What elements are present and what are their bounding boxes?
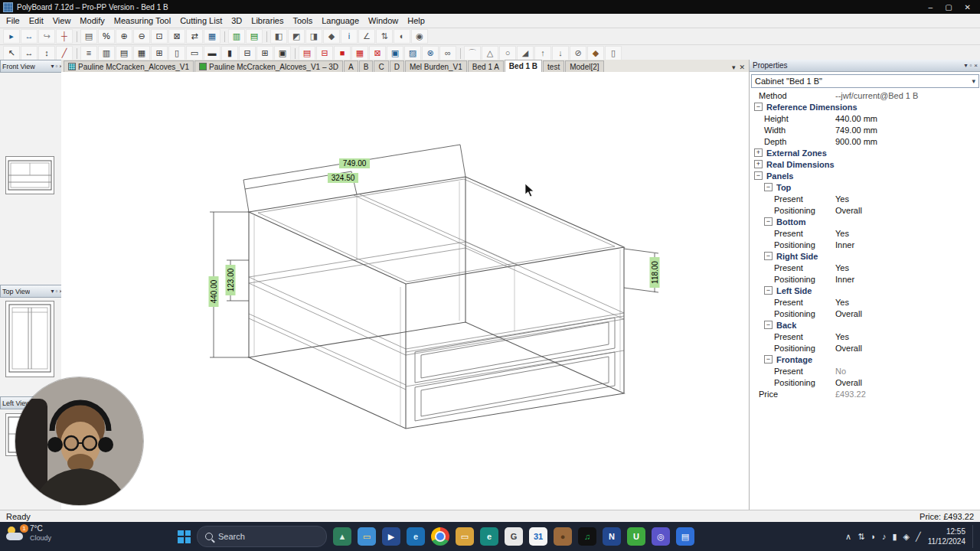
tab-pauline-mccracken-alcoves-v1-3d[interactable]: Pauline McCracken_Alcoves_V1 – 3D (194, 60, 343, 72)
raise-icon[interactable]: ↑ (534, 46, 551, 60)
print-icon[interactable]: ▤ (80, 29, 97, 44)
tab-pauline-mccracken-alcoves-v1[interactable]: Pauline McCracken_Alcoves_V1 (64, 60, 194, 72)
collapse-icon-panels[interactable]: − (754, 171, 763, 180)
draw-icon[interactable]: ╱ (56, 46, 73, 60)
prop-value-present[interactable]: Yes (835, 298, 849, 307)
pan-icon[interactable]: ⇄ (186, 29, 203, 44)
dimension-right-height-label[interactable]: 118.00 (650, 257, 660, 288)
top-view-panel-header[interactable]: Top View ▾▫× (0, 285, 65, 298)
taskbar-browser-profile-icon[interactable]: G (505, 527, 523, 546)
prop-group-reference-dimensions[interactable]: −Reference Dimensions (750, 101, 980, 112)
menu-3d[interactable]: 3D (227, 15, 247, 26)
side-view-icon[interactable]: ◨ (305, 29, 322, 44)
collapse-icon-frontage[interactable]: − (764, 355, 773, 364)
tray-network-icon[interactable]: ⇅ (858, 532, 864, 542)
hardware-library-icon[interactable]: ▤ (246, 29, 263, 44)
weather-widget[interactable]: 1 7°C Cloudy (6, 524, 51, 543)
chain-icon[interactable]: ∞ (439, 46, 456, 60)
select-arrow-icon[interactable]: ▸ (3, 29, 20, 44)
menu-window[interactable]: Window (364, 15, 403, 26)
taskbar-media-app-icon[interactable]: ▶ (382, 527, 400, 546)
taskbar-chrome-browser-icon[interactable] (431, 527, 449, 546)
prop-value-positioning[interactable]: Overall (835, 309, 862, 318)
prop-value-positioning[interactable]: Overall (835, 344, 862, 353)
zoom-window-icon[interactable]: ⊡ (151, 29, 168, 44)
paint-tool-icon[interactable]: ◆ (587, 46, 604, 60)
dimension-inner-height-label[interactable]: 123.00 (226, 265, 236, 295)
taskbar-photos-app-icon[interactable]: ▲ (333, 527, 351, 546)
zoom-extents-icon[interactable]: ⊠ (168, 29, 185, 44)
taskbar-community-app-icon[interactable]: ◎ (652, 527, 670, 546)
tab-b[interactable]: B (359, 60, 374, 72)
top-view-menu-icon[interactable]: ▾ (51, 288, 54, 295)
collapse-icon-top[interactable]: − (764, 183, 773, 191)
door-tool-icon[interactable]: ▯ (605, 46, 622, 60)
front-view-panel-header[interactable]: Front View ▾▫× (0, 60, 65, 73)
tab-model-2[interactable]: Model[2] (565, 60, 603, 72)
tab-mel-burden-v1[interactable]: Mel Burden_V1 (405, 60, 467, 72)
pan-view-icon[interactable]: ↔ (21, 29, 38, 44)
properties-close-icon[interactable]: × (974, 62, 978, 69)
3d-view-icon[interactable]: ◆ (323, 29, 340, 44)
panel-red-icon[interactable]: ■ (334, 46, 351, 60)
redo-icon[interactable]: ↪ (38, 29, 55, 44)
zoom-in-icon[interactable]: ⊕ (116, 29, 132, 44)
close-button[interactable]: ✕ (965, 3, 971, 11)
tab-a[interactable]: A (344, 60, 358, 72)
prop-value-present[interactable]: Yes (835, 229, 849, 238)
tab-bed-1-b[interactable]: Bed 1 B (505, 60, 542, 72)
dimension-width-label[interactable]: 749.00 (339, 158, 370, 168)
material-library-icon[interactable]: ▥ (228, 29, 245, 44)
zone-red-icon[interactable]: ▦ (351, 46, 368, 60)
taskbar-clock[interactable]: 12:55 11/12/2024 (928, 527, 965, 546)
taskbar-edge-browser-icon[interactable]: e (407, 527, 425, 546)
prop-value-present[interactable]: Yes (835, 263, 849, 272)
taskbar-file-explorer-icon[interactable]: ▭ (358, 527, 376, 546)
info-icon[interactable]: i (341, 29, 358, 44)
prop-value-present[interactable]: Yes (835, 194, 849, 204)
menu-tools[interactable]: Tools (288, 15, 317, 26)
drawer-red-icon[interactable]: ▤ (299, 46, 315, 60)
prop-value-present[interactable]: Yes (835, 332, 849, 341)
render-icon[interactable]: ◐ (394, 29, 410, 44)
tab-close-icon[interactable]: ✕ (739, 64, 745, 71)
merge-zones-icon[interactable]: ⊞ (151, 46, 168, 60)
remove-divider-icon[interactable]: ⊟ (239, 46, 256, 60)
prop-group-left-side[interactable]: −Left Side (750, 285, 980, 296)
prop-group-panels[interactable]: −Panels (750, 170, 980, 181)
front-view-thumbnail[interactable] (5, 156, 54, 194)
cursor-icon[interactable]: ↖ (3, 46, 20, 60)
taskbar-notepad-app-icon[interactable]: N (603, 527, 621, 546)
split-vertical-icon[interactable]: ▯ (168, 46, 185, 60)
tray-battery-icon[interactable]: ▮ (893, 532, 897, 542)
prop-group-top[interactable]: −Top (750, 181, 980, 193)
properties-pin-icon[interactable]: ▫ (969, 62, 972, 69)
prop-group-real-dimensions[interactable]: +Real Dimensions (750, 158, 980, 170)
door-zone-icon[interactable]: ▣ (274, 46, 291, 60)
prop-value-present[interactable]: No (835, 367, 846, 376)
collapse-icon-reference-dimensions[interactable]: − (754, 103, 763, 111)
prop-value-positioning[interactable]: Overall (835, 378, 862, 387)
tab-d[interactable]: D (390, 60, 404, 72)
tray-shield-icon[interactable]: ◈ (903, 532, 910, 542)
measure-icon[interactable]: ∠ (358, 29, 375, 44)
rows-icon[interactable]: ▤ (116, 46, 132, 60)
prop-value-positioning[interactable]: Inner (835, 275, 854, 284)
collapse-icon-bottom[interactable]: − (764, 217, 773, 226)
menu-view[interactable]: View (48, 15, 76, 26)
link-zones-icon[interactable]: ⊗ (422, 46, 439, 60)
add-divider-icon[interactable]: ⊞ (256, 46, 273, 60)
tray-expand-icon[interactable]: ∧ (845, 532, 851, 542)
dimension-height-label[interactable]: 440.00 (209, 276, 219, 307)
grid-icon[interactable]: ▦ (204, 29, 220, 44)
cabinet-selector[interactable]: Cabinet "Bed 1 B" ▾ (751, 74, 979, 88)
prop-value-positioning[interactable]: Inner (835, 240, 854, 249)
rotate-view-icon[interactable]: ⇅ (376, 29, 393, 44)
delete-zone-icon[interactable]: ⊠ (369, 46, 386, 60)
front-view-pin-icon[interactable]: ▫ (55, 63, 57, 70)
front-view-menu-icon[interactable]: ▾ (51, 63, 54, 70)
menu-libraries[interactable]: Libraries (247, 15, 288, 26)
menu-modify[interactable]: Modify (75, 15, 109, 26)
expand-icon-real-dimensions[interactable]: + (754, 160, 763, 168)
cabinet-selector-dropdown-icon[interactable]: ▾ (972, 77, 975, 85)
